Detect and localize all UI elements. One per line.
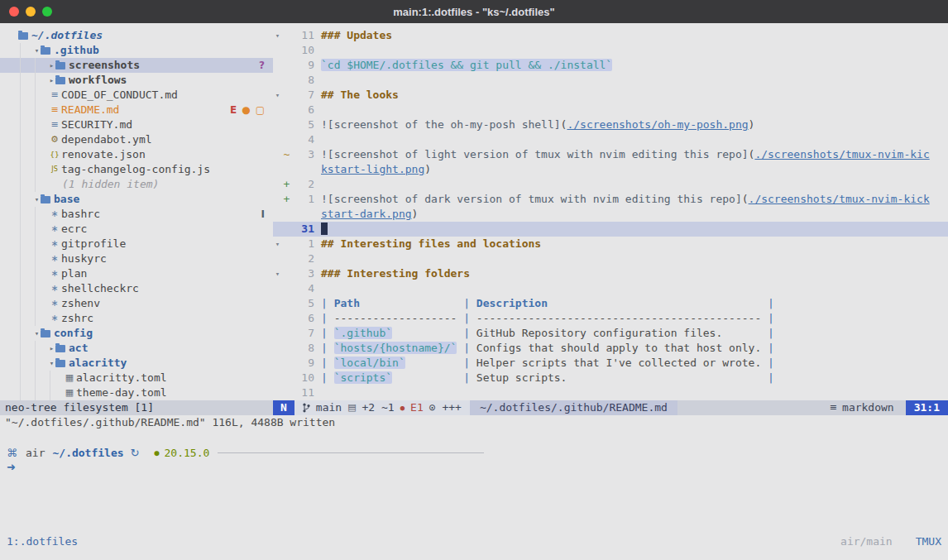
line-number [291, 162, 314, 177]
tree-item-huskyrc[interactable]: ∗huskyrc [0, 251, 273, 266]
fold-column [273, 43, 282, 58]
tree-item-ecrc[interactable]: ∗ecrc [0, 222, 273, 237]
editor-line[interactable]: kstart-light.png) [273, 162, 948, 177]
line-number: 4 [291, 132, 314, 147]
git-diff-stats: +2 ~1 [362, 400, 395, 415]
line-number: 3 [291, 147, 314, 162]
tree-item-label: bashrc [61, 207, 100, 222]
tree-item-bashrc[interactable]: ∗bashrcI [0, 207, 273, 222]
prompt-cwd: ~/.dotfiles [52, 447, 123, 459]
statusline-fill [677, 400, 830, 415]
star-file-icon: ∗ [48, 207, 61, 222]
token-pipe: | [463, 312, 476, 324]
tree-item-gitprofile[interactable]: ∗gitprofile [0, 237, 273, 251]
editor-cursor-line[interactable]: 31 [273, 222, 948, 237]
close-button[interactable] [9, 7, 19, 17]
editor-line[interactable]: 4 [273, 132, 948, 147]
tree-item-~-.dotfiles[interactable]: ~/.dotfiles [0, 28, 273, 43]
tmux-window-item[interactable]: 1:.dotfiles [7, 534, 78, 549]
editor-line[interactable]: ▾3### Interesting folders [273, 266, 948, 281]
sign-column [282, 311, 291, 326]
tree-item-zshenv[interactable]: ∗zshenv [0, 296, 273, 311]
tree-item-shellcheckrc[interactable]: ∗shellcheckrc [0, 281, 273, 296]
fold-column [273, 296, 282, 311]
tree-item-alacritty.toml[interactable]: ▦alacritty.toml [0, 371, 273, 385]
tree-item-security.md[interactable]: ≡SECURITY.md [0, 117, 273, 132]
tree-item-config[interactable]: ▾config [0, 326, 273, 341]
chevron-right-icon[interactable]: ▸ [48, 341, 55, 356]
tree-item-dependabot.yml[interactable]: ⚙dependabot.yml [0, 132, 273, 147]
zoom-button[interactable] [42, 7, 52, 17]
editor-line[interactable]: ~3![screenshot of light version of tmux … [273, 147, 948, 162]
tree-item-.github[interactable]: ▾.github [0, 43, 273, 58]
chevron-down-icon[interactable]: ▾ [33, 192, 41, 207]
chevron-down-icon[interactable]: ▾ [48, 356, 55, 371]
fold-column [273, 311, 282, 326]
chevron-down-icon[interactable]: ▾ [33, 43, 41, 58]
tree-item-theme-day.toml[interactable]: ▦theme-day.toml [0, 385, 273, 400]
editor-buffer[interactable]: ▾11### Updates109`cd $HOME/.dotfiles && … [273, 23, 948, 400]
editor-line[interactable]: 5![screenshot of the oh-my-posh shell](.… [273, 117, 948, 132]
tree-item-code_of_conduct.md[interactable]: ≡CODE_OF_CONDUCT.md [0, 88, 273, 103]
mode-indicator: N [273, 400, 294, 415]
editor-line[interactable]: 4 [273, 281, 948, 296]
tree-item-workflows[interactable]: ▸workflows [0, 73, 273, 88]
tmux-pane-nvim: ~/.dotfiles▾.github▸screenshots?▸workflo… [0, 23, 948, 400]
tree-item-act[interactable]: ▸act [0, 341, 273, 356]
tree-item-screenshots[interactable]: ▸screenshots? [0, 58, 273, 73]
sign-column [282, 251, 291, 266]
editor-line[interactable]: 5| Path | Description | [273, 296, 948, 311]
editor-line[interactable]: +1![screenshot of dark version of tmux w… [273, 192, 948, 207]
shell-input-line[interactable]: ➜ [7, 460, 948, 475]
star-file-icon: ∗ [48, 251, 61, 266]
tree-item-readme.md[interactable]: ≡README.mdE●▢ [0, 103, 273, 117]
editor-line[interactable]: 7| `.github` | GitHub Repository configu… [273, 326, 948, 341]
editor-line[interactable]: 6| ------------------- | ---------------… [273, 311, 948, 326]
toml-file-icon: ▦ [63, 385, 76, 400]
tmux-pane-shell[interactable]: ⌘ air ~/.dotfiles ↻ ● 20.15.0 ➜ [0, 445, 948, 475]
fold-marker-icon[interactable]: ▾ [273, 88, 282, 103]
fold-marker-icon[interactable]: ▾ [273, 237, 282, 251]
editor-line[interactable]: 6 [273, 103, 948, 117]
neotree-panel[interactable]: ~/.dotfiles▾.github▸screenshots?▸workflo… [0, 23, 273, 400]
tree-item-base[interactable]: ▾base [0, 192, 273, 207]
fold-marker-icon[interactable]: ▾ [273, 266, 282, 281]
tree-item--1-hidden-item-[interactable]: (1 hidden item) [0, 177, 273, 192]
editor-line[interactable]: +2 [273, 177, 948, 192]
fold-column [273, 103, 282, 117]
tree-item-renovate.json[interactable]: {}renovate.json [0, 147, 273, 162]
editor-line[interactable]: 11 [273, 385, 948, 400]
editor-line[interactable]: start-dark.png) [273, 207, 948, 222]
folder-icon [41, 330, 50, 337]
editor-line[interactable]: 9`cd $HOME/.dotfiles && git pull && ./in… [273, 58, 948, 73]
chevron-right-icon[interactable]: ▸ [48, 73, 55, 88]
tree-item-tag-changelog-config.js[interactable]: JStag-changelog-config.js [0, 162, 273, 177]
editor-line[interactable]: 10| `scripts` | Setup scripts. | [273, 371, 948, 385]
token-alt: ![screenshot of dark version of tmux wit… [321, 193, 742, 205]
token-pipe: | [321, 342, 334, 354]
prompt-rule [218, 452, 484, 453]
editor-line[interactable]: ▾11### Updates [273, 28, 948, 43]
editor-line[interactable]: 9| `local/bin` | Helper scripts that I'v… [273, 356, 948, 371]
editor-line[interactable]: 8 [273, 73, 948, 88]
tree-item-plan[interactable]: ∗plan [0, 266, 273, 281]
token-link: ./screenshots/tmux-nvim-kick [749, 193, 930, 205]
editor-line[interactable]: 8| `hosts/{hostname}/` | Configs that sh… [273, 341, 948, 356]
line-text: ### Interesting folders [321, 266, 470, 281]
shell-prompt[interactable]: ⌘ air ~/.dotfiles ↻ ● 20.15.0 [7, 445, 948, 460]
sign-column [282, 222, 291, 237]
editor-line[interactable]: ▾7## The looks [273, 88, 948, 103]
chevron-down-icon[interactable]: ▾ [33, 326, 41, 341]
tree-item-alacritty[interactable]: ▾alacritty [0, 356, 273, 371]
node-version: 20.15.0 [165, 447, 210, 459]
editor-line[interactable]: ▾1## Interesting files and locations [273, 237, 948, 251]
chevron-right-icon[interactable]: ▸ [48, 58, 55, 73]
indent-guide [7, 251, 48, 266]
editor-line[interactable]: 2 [273, 251, 948, 266]
minimize-button[interactable] [26, 7, 36, 17]
editor-line[interactable]: 10 [273, 43, 948, 58]
line-number: 5 [291, 117, 314, 132]
fold-marker-icon[interactable]: ▾ [273, 28, 282, 43]
token-pipe: | [463, 371, 476, 384]
tree-item-zshrc[interactable]: ∗zshrc [0, 311, 273, 326]
